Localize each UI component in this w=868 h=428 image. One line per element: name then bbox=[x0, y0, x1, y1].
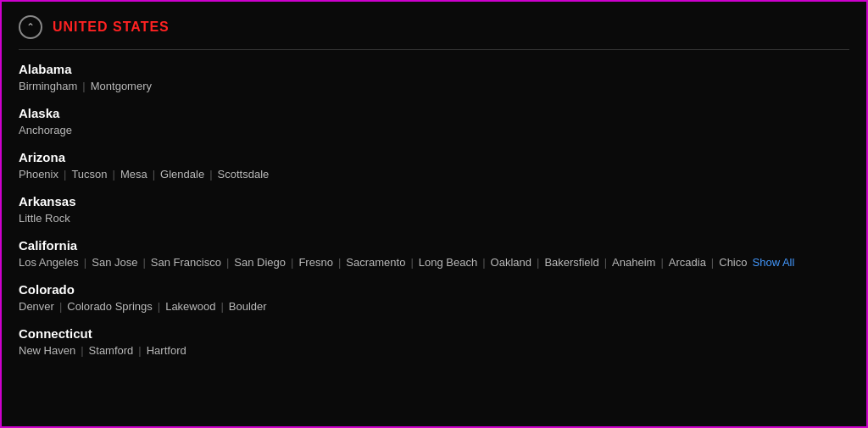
state-section: ConnecticutNew Haven|Stamford|Hartford bbox=[19, 326, 849, 357]
state-name: Arizona bbox=[19, 150, 849, 164]
section-title: UNITED STATES bbox=[53, 19, 170, 35]
cities-row: Denver|Colorado Springs|Lakewood|Boulder bbox=[19, 300, 849, 313]
state-name: Connecticut bbox=[19, 326, 849, 341]
city-separator: | bbox=[482, 256, 485, 269]
city-separator: | bbox=[338, 256, 341, 269]
cities-row: Los Angeles|San Jose|San Francisco|San D… bbox=[19, 256, 849, 269]
divider bbox=[19, 49, 849, 50]
city-separator: | bbox=[158, 300, 160, 313]
city-separator: | bbox=[604, 256, 607, 269]
city-separator: | bbox=[711, 256, 714, 269]
chevron-up-icon: ⌃ bbox=[26, 21, 35, 33]
city-item[interactable]: Long Beach bbox=[419, 256, 477, 269]
city-item[interactable]: Oakland bbox=[491, 256, 531, 269]
city-item[interactable]: Denver bbox=[19, 300, 54, 313]
header: ⌃ UNITED STATES bbox=[19, 15, 849, 39]
city-item[interactable]: Phoenix bbox=[19, 168, 58, 181]
city-separator: | bbox=[64, 168, 66, 181]
city-item[interactable]: Chico bbox=[719, 256, 747, 269]
city-separator: | bbox=[660, 256, 663, 269]
city-separator: | bbox=[81, 344, 83, 357]
state-name: Alaska bbox=[19, 106, 849, 120]
state-section: AlaskaAnchorage bbox=[19, 106, 849, 136]
city-separator: | bbox=[142, 256, 145, 269]
city-separator: | bbox=[153, 168, 155, 181]
states-list: AlabamaBirmingham|MontgomeryAlaskaAnchor… bbox=[19, 62, 849, 357]
city-separator: | bbox=[410, 256, 413, 269]
city-item[interactable]: Glendale bbox=[160, 168, 204, 181]
city-item[interactable]: Scottsdale bbox=[218, 168, 270, 181]
state-section: ColoradoDenver|Colorado Springs|Lakewood… bbox=[19, 282, 849, 313]
city-separator: | bbox=[84, 256, 86, 269]
page-container: ⌃ UNITED STATES AlabamaBirmingham|Montgo… bbox=[0, 0, 868, 428]
city-item[interactable]: Lakewood bbox=[165, 300, 215, 313]
city-item[interactable]: San Diego bbox=[234, 256, 286, 269]
cities-row: Phoenix|Tucson|Mesa|Glendale|Scottsdale bbox=[19, 168, 849, 181]
state-name: Colorado bbox=[19, 282, 849, 297]
city-separator: | bbox=[209, 168, 212, 181]
city-item[interactable]: Sacramento bbox=[346, 256, 405, 269]
city-separator: | bbox=[138, 344, 141, 357]
cities-row: Little Rock bbox=[19, 212, 849, 225]
city-separator: | bbox=[220, 300, 223, 313]
city-item[interactable]: Mesa bbox=[120, 168, 147, 181]
state-section: AlabamaBirmingham|Montgomery bbox=[19, 62, 849, 92]
collapse-button[interactable]: ⌃ bbox=[19, 15, 42, 39]
city-item[interactable]: Bakersfield bbox=[544, 256, 598, 269]
city-item[interactable]: Birmingham bbox=[19, 80, 77, 92]
city-separator: | bbox=[537, 256, 539, 269]
city-item[interactable]: Stamford bbox=[89, 344, 134, 357]
city-item[interactable]: San Francisco bbox=[151, 256, 221, 269]
state-name: California bbox=[19, 238, 849, 253]
city-separator: | bbox=[82, 80, 85, 92]
state-name: Arkansas bbox=[19, 194, 849, 208]
city-item[interactable]: Arcadia bbox=[669, 256, 706, 269]
show-all-link[interactable]: Show All bbox=[753, 256, 795, 269]
cities-row: New Haven|Stamford|Hartford bbox=[19, 344, 849, 357]
city-item[interactable]: Anaheim bbox=[612, 256, 655, 269]
city-item[interactable]: Tucson bbox=[71, 168, 107, 181]
city-item[interactable]: Hartford bbox=[147, 344, 186, 357]
city-item[interactable]: San Jose bbox=[92, 256, 137, 269]
state-name: Alabama bbox=[19, 62, 849, 76]
city-separator: | bbox=[113, 168, 115, 181]
state-section: ArkansasLittle Rock bbox=[19, 194, 849, 225]
city-separator: | bbox=[59, 300, 62, 313]
cities-row: Birmingham|Montgomery bbox=[19, 80, 849, 92]
city-item[interactable]: Little Rock bbox=[19, 212, 70, 225]
city-item[interactable]: Los Angeles bbox=[19, 256, 79, 269]
city-item[interactable]: Anchorage bbox=[19, 124, 72, 136]
city-separator: | bbox=[226, 256, 229, 269]
state-section: CaliforniaLos Angeles|San Jose|San Franc… bbox=[19, 238, 849, 269]
city-separator: | bbox=[291, 256, 293, 269]
city-item[interactable]: Fresno bbox=[298, 256, 332, 269]
city-item[interactable]: Montgomery bbox=[91, 80, 152, 92]
state-section: ArizonaPhoenix|Tucson|Mesa|Glendale|Scot… bbox=[19, 150, 849, 181]
city-item[interactable]: New Haven bbox=[19, 344, 75, 357]
city-item[interactable]: Boulder bbox=[229, 300, 267, 313]
cities-row: Anchorage bbox=[19, 124, 849, 136]
main-content: ⌃ UNITED STATES AlabamaBirmingham|Montgo… bbox=[2, 2, 866, 384]
city-item[interactable]: Colorado Springs bbox=[67, 300, 152, 313]
